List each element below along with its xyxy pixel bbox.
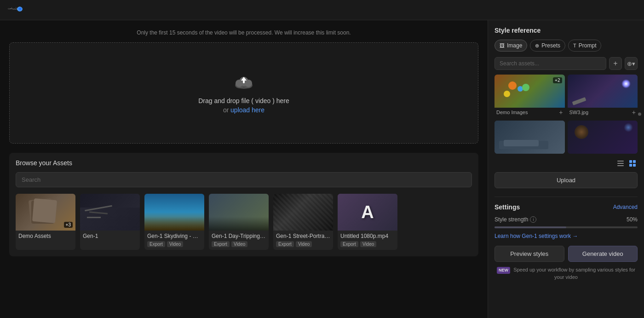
grid-thumb-car [494, 121, 565, 154]
img-label-text-sw3: SW3.jpg [569, 110, 589, 115]
settings-title: Settings [494, 203, 520, 211]
img-label-text-demo: Demo Images [496, 110, 528, 115]
drop-zone[interactable]: Drag and drop file ( video ) here or upl… [9, 42, 478, 144]
asset-label-untitled: Untitled 1080p.mp4 [338, 231, 397, 241]
advanced-link[interactable]: Advanced [613, 204, 638, 210]
tab-prompt-label: Prompt [579, 42, 597, 49]
grid-item-sw3[interactable]: SW3.jpg + [568, 75, 638, 118]
svg-rect-10 [617, 163, 624, 164]
folder-thumb-demo-assets: +3 [16, 194, 75, 231]
grid-thumb-space [568, 121, 638, 154]
tag-video: Video [296, 241, 312, 247]
svg-point-5 [236, 80, 243, 87]
asset-tags-skydiving: Export Video [144, 241, 204, 250]
asset-thumb-untitled: A [338, 194, 397, 231]
upload-button[interactable]: Upload [494, 172, 638, 188]
folder-gen1[interactable]: Gen-1 [80, 194, 140, 250]
main-layout: Only the first 15 seconds of the video w… [0, 20, 644, 318]
style-strength-row: Style strength i 50% [494, 216, 638, 223]
img-label-demo: Demo Images + [494, 108, 565, 118]
drag-drop-text: Drag and drop file ( video ) here [198, 97, 289, 104]
action-buttons: Preview styles Generate video [494, 246, 638, 262]
panel-divider [494, 197, 638, 197]
asset-daytripping[interactable]: Gen-1 Day-Tripping - W... Export Video [209, 194, 269, 250]
info-icon[interactable]: i [530, 216, 536, 223]
upload-cloud-icon [233, 72, 255, 91]
browse-section: Browse your Assets +3 Demo Assets [9, 153, 478, 256]
search-assets-row: + ⊕▾ [494, 57, 638, 70]
svg-point-6 [245, 80, 252, 87]
asset-untitled[interactable]: A Untitled 1080p.mp4 Export Video [338, 194, 397, 250]
prompt-tab-icon: T [573, 43, 576, 48]
view-switcher [494, 158, 638, 168]
tag-video: Video [167, 241, 183, 247]
asset-street[interactable]: Gen-1 Street-Portrait - ... Export Video [273, 194, 333, 250]
folder-thumb-gen1 [80, 194, 140, 231]
or-text: or [223, 106, 229, 114]
logo-area: اول‌پرداخت [7, 4, 24, 17]
preview-styles-button[interactable]: Preview styles [494, 246, 564, 262]
grid-thumb-demo-images: +2 [494, 75, 565, 108]
tag-export: Export [340, 241, 358, 247]
style-tabs: 🖼 Image ⊕ Presets T Prompt [494, 40, 638, 52]
emoji-btn[interactable]: ⊕▾ [625, 57, 638, 70]
svg-rect-9 [617, 161, 624, 162]
asset-label-skydiving: Gen-1 Skydiving - Blue ... [144, 231, 204, 241]
presets-tab-icon: ⊕ [535, 43, 539, 49]
grid-item-space[interactable] [568, 121, 638, 154]
right-panel: Style reference 🖼 Image ⊕ Presets T Prom… [488, 20, 644, 318]
tab-image-label: Image [507, 42, 522, 49]
asset-skydiving[interactable]: Gen-1 Skydiving - Blue ... Export Video [144, 194, 204, 250]
grid-item-car[interactable] [494, 121, 565, 154]
folder-demo-assets[interactable]: +3 Demo Assets [16, 194, 75, 250]
add-asset-btn[interactable]: + [609, 57, 622, 70]
folder-label-gen1: Gen-1 [80, 231, 140, 242]
img-add-icon-sw3[interactable]: + [632, 109, 636, 116]
asset-tags-street: Export Video [273, 241, 333, 250]
assets-grid: +3 Demo Assets Gen-1 [16, 194, 472, 250]
topnav: اول‌پرداخت [0, 0, 644, 20]
browse-search-input[interactable] [16, 172, 472, 187]
grid-view-btn[interactable] [627, 158, 638, 168]
notice-text: Only the first 15 seconds of the video w… [137, 29, 351, 36]
learn-link[interactable]: Learn how Gen-1 settings work → [494, 233, 638, 239]
center-content: Only the first 15 seconds of the video w… [0, 20, 488, 318]
svg-rect-15 [633, 164, 636, 167]
grid-thumb-sw3 [568, 75, 638, 108]
svg-rect-12 [629, 160, 632, 163]
grid-item-demo-images[interactable]: +2 Demo Images + [494, 75, 565, 118]
img-add-icon[interactable]: + [559, 109, 563, 116]
upload-link-row: or upload here [223, 106, 264, 114]
strength-bar[interactable] [494, 226, 638, 228]
asset-label-daytripping: Gen-1 Day-Tripping - W... [209, 231, 269, 241]
browse-title: Browse your Assets [16, 159, 472, 167]
notice-bar: Only the first 15 seconds of the video w… [9, 29, 478, 36]
style-reference-title: Style reference [494, 27, 638, 34]
asset-thumb-daytripping [209, 194, 269, 231]
style-strength-pct: 50% [627, 216, 638, 223]
asset-tags-untitled: Export Video [338, 241, 397, 250]
svg-text:اول‌پرداخت: اول‌پرداخت [8, 6, 18, 10]
generate-video-button[interactable]: Generate video [568, 246, 638, 262]
logo-icon: اول‌پرداخت [7, 4, 24, 17]
new-info-area: NEW Speed up your workflow by sampling v… [494, 266, 638, 281]
new-info-text: Speed up your workflow by sampling vario… [513, 267, 635, 280]
tab-image[interactable]: 🖼 Image [494, 40, 527, 52]
svg-rect-11 [617, 165, 624, 166]
tag-export: Export [147, 241, 165, 247]
settings-row: Settings Advanced [494, 203, 638, 211]
tag-video: Video [360, 241, 376, 247]
image-tab-icon: 🖼 [500, 43, 505, 48]
search-assets-input[interactable] [494, 57, 606, 70]
tab-presets[interactable]: ⊕ Presets [530, 40, 565, 52]
tab-prompt[interactable]: T Prompt [568, 40, 601, 52]
asset-thumb-skydiving [144, 194, 204, 231]
svg-rect-13 [633, 160, 636, 163]
list-view-btn[interactable] [615, 158, 626, 168]
asset-thumb-street [273, 194, 333, 231]
tab-presets-label: Presets [541, 42, 560, 49]
folder-count-badge: +3 [64, 222, 73, 228]
upload-link[interactable]: upload here [230, 106, 264, 114]
tag-export: Export [276, 241, 294, 247]
folder-label-demo: Demo Assets [16, 231, 75, 242]
